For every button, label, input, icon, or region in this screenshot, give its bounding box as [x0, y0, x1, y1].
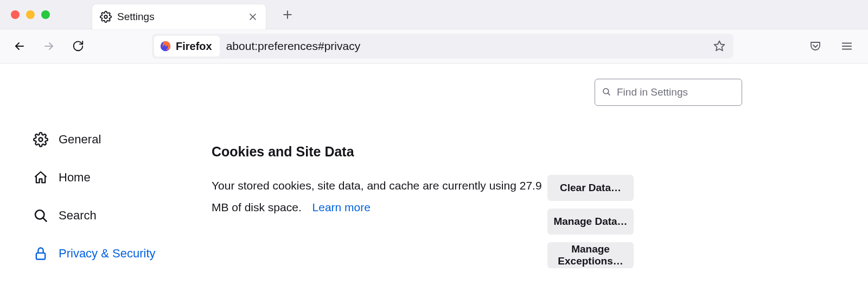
sidebar-item-search[interactable]: Search [33, 197, 212, 235]
reload-button[interactable] [68, 36, 88, 56]
new-tab-button[interactable] [278, 5, 297, 24]
sidebar-item-label: Home [59, 171, 91, 185]
settings-search[interactable] [595, 79, 742, 106]
url-text: about:preferences#privacy [226, 40, 712, 53]
tab-strip: Settings [0, 0, 868, 29]
settings-sidebar: General Home Search Privacy & Security [0, 64, 212, 284]
gear-icon [33, 131, 49, 148]
tab-close-button[interactable] [247, 11, 258, 22]
section-description: Your stored cookies, site data, and cach… [212, 175, 547, 268]
tab-title: Settings [117, 11, 242, 23]
gear-icon [100, 11, 112, 23]
svg-rect-4 [36, 253, 45, 260]
sidebar-item-general[interactable]: General [33, 121, 212, 159]
manage-data-button[interactable]: Manage Data… [547, 209, 634, 235]
svg-point-2 [39, 138, 43, 142]
navigation-toolbar: Firefox about:preferences#privacy [0, 29, 868, 64]
svg-point-0 [104, 15, 107, 18]
settings-content: General Home Search Privacy & Security [0, 64, 868, 284]
search-icon [33, 207, 49, 224]
clear-data-button[interactable]: Clear Data… [547, 175, 634, 201]
back-button[interactable] [10, 36, 29, 56]
settings-search-input[interactable] [617, 86, 745, 98]
firefox-logo-icon [159, 40, 171, 52]
pocket-icon[interactable] [807, 38, 824, 54]
home-icon [33, 169, 49, 186]
lock-icon [33, 245, 49, 262]
window-close-button[interactable] [11, 10, 20, 19]
app-menu-icon[interactable] [839, 38, 855, 54]
sidebar-item-label: Search [59, 209, 97, 223]
sidebar-item-home[interactable]: Home [33, 159, 212, 197]
sidebar-item-label: General [59, 132, 101, 147]
learn-more-link[interactable]: Learn more [312, 201, 371, 213]
section-heading: Cookies and Site Data [212, 144, 743, 160]
address-bar[interactable]: Firefox about:preferences#privacy [152, 34, 733, 59]
bookmark-star-icon[interactable] [712, 39, 727, 54]
sidebar-item-privacy[interactable]: Privacy & Security [33, 235, 212, 273]
identity-chip[interactable]: Firefox [154, 36, 220, 56]
search-icon [602, 87, 611, 98]
forward-button[interactable] [39, 36, 59, 56]
identity-label: Firefox [176, 40, 212, 53]
window-controls [7, 10, 54, 19]
description-text: Your stored cookies, site data, and cach… [212, 179, 542, 213]
section-buttons: Clear Data… Manage Data… Manage Exceptio… [547, 175, 634, 268]
window-zoom-button[interactable] [41, 10, 50, 19]
browser-tab[interactable]: Settings [92, 4, 266, 29]
sidebar-item-label: Privacy & Security [59, 247, 156, 261]
window-minimize-button[interactable] [26, 10, 35, 19]
toolbar-right [807, 38, 855, 54]
settings-main: Cookies and Site Data Your stored cookie… [212, 64, 868, 284]
manage-exceptions-button[interactable]: Manage Exceptions… [547, 242, 634, 268]
